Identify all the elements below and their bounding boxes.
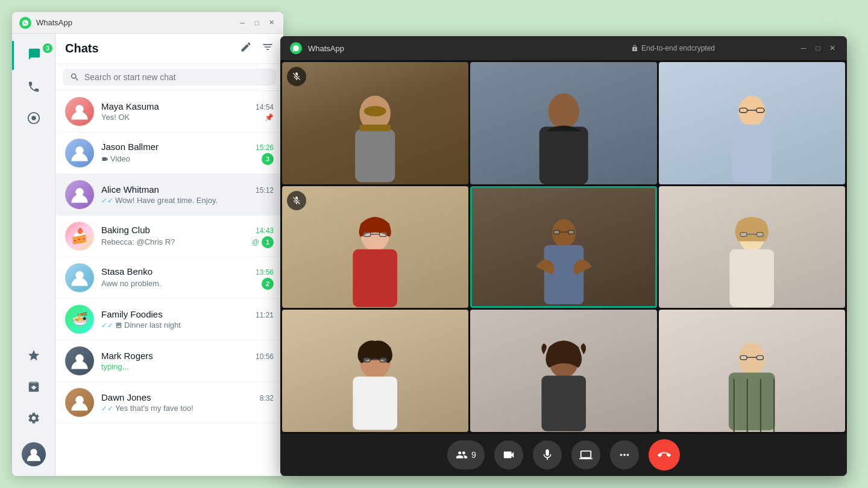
mute-indicator-4 bbox=[287, 191, 306, 210]
svg-point-1 bbox=[31, 116, 36, 120]
chat-info-dawn: Dawn Jones 8:32 ✓✓ Yes that's my fave to… bbox=[101, 392, 274, 413]
svg-rect-36 bbox=[353, 377, 398, 430]
avatar-maya bbox=[65, 97, 94, 126]
video-toggle-button[interactable] bbox=[494, 440, 523, 469]
chat-preview-maya: Yes! OK bbox=[101, 113, 130, 122]
screen-share-button[interactable] bbox=[571, 440, 600, 469]
user-avatar[interactable] bbox=[19, 440, 48, 469]
sidebar-item-starred[interactable] bbox=[19, 341, 48, 370]
end-call-button[interactable] bbox=[649, 439, 680, 471]
chat-item-stasa[interactable]: Stasa Benko 13:56 Aww no problem. 2 bbox=[55, 257, 283, 299]
chat-preview-baking: Rebecca: @Chris R? bbox=[101, 237, 175, 246]
chats-icon bbox=[28, 48, 41, 64]
chat-name-mark: Mark Rogers bbox=[101, 351, 153, 361]
video-cell-3 bbox=[659, 62, 845, 184]
chat-item-maya[interactable]: Maya Kasuma 14:54 Yes! OK 📌 bbox=[55, 91, 283, 133]
video-cell-8 bbox=[470, 310, 656, 432]
chat-time-family: 11:21 bbox=[256, 311, 274, 319]
chat-panel: Chats bbox=[55, 34, 283, 476]
person-7-silhouette bbox=[291, 334, 459, 432]
chat-preview-stasa: Aww no problem. bbox=[101, 279, 161, 288]
chat-name-baking: Baking Club bbox=[101, 225, 150, 235]
chat-header-icons bbox=[240, 41, 274, 56]
svg-rect-10 bbox=[356, 129, 395, 182]
video-cell-9 bbox=[659, 310, 845, 432]
chat-panel-title: Chats bbox=[65, 42, 99, 55]
chat-item-baking[interactable]: 🍰 Baking Club 14:43 Rebecca: @Chris R? @… bbox=[55, 216, 283, 257]
chat-info-baking: Baking Club 14:43 Rebecca: @Chris R? @ 1 bbox=[101, 225, 274, 248]
person-3-silhouette bbox=[668, 87, 835, 184]
close-button[interactable]: ✕ bbox=[266, 18, 276, 28]
lock-icon bbox=[631, 45, 638, 52]
svg-rect-31 bbox=[729, 249, 774, 307]
minimize-button[interactable]: ─ bbox=[237, 18, 247, 28]
screen-share-icon bbox=[579, 448, 593, 461]
svg-rect-43 bbox=[729, 372, 775, 430]
svg-point-13 bbox=[548, 93, 579, 129]
call-controls-bar: 9 bbox=[280, 434, 847, 476]
double-check-alice: ✓✓ bbox=[101, 196, 113, 205]
chat-panel-header: Chats bbox=[55, 34, 283, 64]
video-cell-7 bbox=[282, 310, 468, 432]
svg-rect-22 bbox=[364, 233, 371, 237]
chat-item-alice[interactable]: Alice Whitman 15:12 ✓✓ Wow! Have great t… bbox=[55, 174, 283, 216]
image-icon-family bbox=[115, 322, 122, 329]
sidebar-item-chats[interactable]: 3 bbox=[12, 41, 55, 70]
video-cell-5 bbox=[470, 186, 656, 308]
chat-name-family: Family Foodies bbox=[101, 309, 163, 319]
chat-item-mark[interactable]: Mark Rogers 10:56 typing... bbox=[55, 340, 283, 382]
filter-icon[interactable] bbox=[262, 41, 274, 56]
sidebar-item-archive[interactable] bbox=[19, 372, 48, 401]
microphone-button[interactable] bbox=[533, 440, 562, 469]
chat-item-jason[interactable]: Jason Ballmer 15:26 Video 3 bbox=[55, 133, 283, 174]
double-check-dawn: ✓✓ bbox=[101, 404, 113, 413]
search-input-wrap[interactable] bbox=[63, 69, 276, 86]
participants-icon bbox=[456, 449, 468, 461]
chat-preview-jason: Video bbox=[101, 154, 130, 163]
whatsapp-main-window: WhatsApp ─ □ ✕ 3 bbox=[12, 12, 283, 476]
chat-name-stasa: Stasa Benko bbox=[101, 266, 153, 277]
mute-indicator-1 bbox=[287, 67, 306, 86]
call-close-button[interactable]: ✕ bbox=[828, 43, 837, 53]
svg-rect-26 bbox=[544, 245, 583, 304]
chat-time-stasa: 13:56 bbox=[256, 268, 274, 277]
svg-rect-12 bbox=[360, 124, 391, 131]
svg-rect-49 bbox=[756, 355, 763, 360]
maximize-button[interactable]: □ bbox=[252, 18, 262, 28]
chat-info-alice: Alice Whitman 15:12 ✓✓ Wow! Have great t… bbox=[101, 184, 274, 205]
svg-rect-32 bbox=[740, 233, 747, 237]
chat-item-dawn[interactable]: Dawn Jones 8:32 ✓✓ Yes that's my fave to… bbox=[55, 382, 283, 424]
svg-rect-16 bbox=[732, 124, 772, 182]
video-cell-2 bbox=[470, 62, 656, 184]
svg-rect-37 bbox=[364, 358, 371, 362]
chat-time-baking: 14:43 bbox=[256, 227, 274, 235]
person-4-silhouette bbox=[291, 210, 459, 308]
chat-preview-dawn: ✓✓ Yes that's my fave too! bbox=[101, 404, 193, 413]
chats-badge: 3 bbox=[43, 43, 52, 53]
avatar-baking: 🍰 bbox=[65, 222, 94, 251]
participants-count: 9 bbox=[471, 450, 476, 460]
svg-rect-23 bbox=[380, 233, 387, 237]
avatar-dawn bbox=[65, 388, 94, 417]
unread-badge-jason: 3 bbox=[262, 153, 274, 165]
sidebar-item-settings[interactable] bbox=[19, 404, 48, 433]
participants-button[interactable]: 9 bbox=[447, 440, 485, 469]
chat-time-alice: 15:12 bbox=[256, 186, 274, 195]
call-maximize-button[interactable]: □ bbox=[813, 43, 823, 53]
chat-info-stasa: Stasa Benko 13:56 Aww no problem. 2 bbox=[101, 266, 274, 290]
search-input[interactable] bbox=[84, 72, 269, 82]
chat-item-family[interactable]: 🍜 Family Foodies 11:21 ✓✓ Dinner last ni… bbox=[55, 299, 283, 340]
video-grid bbox=[280, 60, 847, 434]
sidebar-item-calls[interactable] bbox=[19, 72, 48, 101]
unread-badge-stasa: 2 bbox=[262, 278, 274, 290]
video-icon-jason bbox=[101, 155, 108, 163]
more-options-button[interactable] bbox=[610, 440, 639, 469]
call-window-controls: ─ □ ✕ bbox=[799, 43, 837, 53]
chat-list: Maya Kasuma 14:54 Yes! OK 📌 bbox=[55, 91, 283, 476]
main-window-title: WhatsApp bbox=[36, 18, 233, 27]
chat-info-family: Family Foodies 11:21 ✓✓ Dinner last nigh… bbox=[101, 309, 274, 330]
new-chat-icon[interactable] bbox=[240, 41, 252, 56]
call-minimize-button[interactable]: ─ bbox=[799, 43, 808, 53]
svg-rect-21 bbox=[353, 249, 398, 307]
sidebar-item-status[interactable] bbox=[19, 104, 48, 133]
